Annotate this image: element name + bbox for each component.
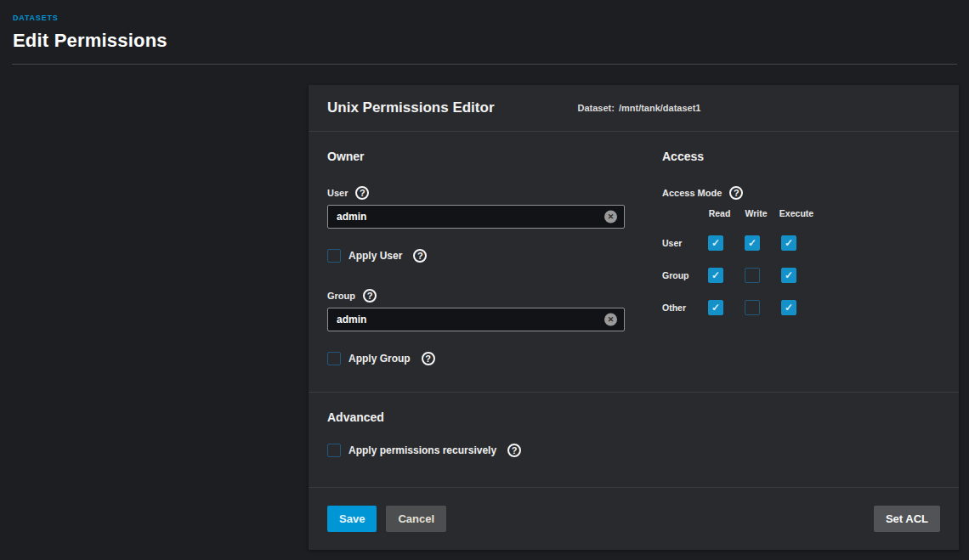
save-button[interactable]: Save <box>327 506 377 532</box>
apply-user-help-icon[interactable]: ? <box>413 249 427 263</box>
matrix-row-user: User ✓ ✓ ✓ <box>662 235 940 251</box>
group-input-wrap: ✕ <box>327 308 625 331</box>
row-label-user: User <box>662 238 701 248</box>
actions-bar: Save Cancel Set ACL <box>309 487 959 550</box>
other-read-checkbox[interactable]: ✓ <box>708 300 723 315</box>
user-input[interactable] <box>327 205 625 229</box>
access-heading: Access <box>662 150 940 163</box>
set-acl-button[interactable]: Set ACL <box>874 506 940 532</box>
cancel-button[interactable]: Cancel <box>386 506 446 532</box>
apply-user-checkbox[interactable]: ✓ <box>327 249 341 263</box>
card-header: Unix Permissions Editor Dataset:/mnt/tan… <box>309 85 959 132</box>
apply-group-label: Apply Group <box>348 353 411 365</box>
apply-group-row: ✓ Apply Group ? <box>327 352 643 365</box>
col-header-execute: Execute <box>774 208 819 218</box>
user-read-checkbox[interactable]: ✓ <box>708 235 723 251</box>
col-header-read: Read <box>701 208 738 218</box>
group-write-checkbox[interactable]: ✓ <box>745 268 760 283</box>
page-title: Edit Permissions <box>13 30 956 52</box>
apply-user-row: ✓ Apply User ? <box>327 249 643 263</box>
breadcrumb-datasets[interactable]: DATASETS <box>13 14 59 22</box>
user-write-checkbox[interactable]: ✓ <box>745 235 760 251</box>
row-label-group: Group <box>662 270 701 280</box>
check-mark-icon: ✓ <box>785 238 793 248</box>
card-title: Unix Permissions Editor <box>327 99 495 116</box>
user-execute-checkbox[interactable]: ✓ <box>781 235 796 251</box>
recursive-help-icon[interactable]: ? <box>507 444 521 457</box>
access-matrix: Read Write Execute User ✓ ✓ ✓ Group ✓ ✓ … <box>662 208 940 315</box>
group-help-icon[interactable]: ? <box>363 289 377 303</box>
dataset-label: Dataset: <box>578 103 615 113</box>
unix-permissions-card: Unix Permissions Editor Dataset:/mnt/tan… <box>309 85 959 550</box>
matrix-row-group: Group ✓ ✓ ✓ <box>662 268 940 283</box>
user-input-wrap: ✕ <box>327 205 625 229</box>
group-read-checkbox[interactable]: ✓ <box>708 268 723 283</box>
recursive-row: ✓ Apply permissions recursively ? <box>327 444 940 457</box>
check-mark-icon: ✓ <box>711 270 720 280</box>
page-header: DATASETS Edit Permissions <box>0 0 969 52</box>
page-divider <box>12 64 957 65</box>
access-mode-label: Access Mode <box>662 188 722 198</box>
apply-user-label: Apply User <box>348 250 402 262</box>
other-write-checkbox[interactable]: ✓ <box>745 300 760 315</box>
advanced-heading: Advanced <box>327 410 940 424</box>
owner-section: Owner User ? ✕ ✓ Apply User ? Group ? ✕ <box>327 132 643 365</box>
access-mode-help-icon[interactable]: ? <box>729 186 743 200</box>
advanced-section: Advanced ✓ Apply permissions recursively… <box>309 392 959 487</box>
col-header-write: Write <box>738 208 774 218</box>
recursive-checkbox[interactable]: ✓ <box>327 444 341 457</box>
user-label-row: User ? <box>327 186 643 200</box>
dataset-path: /mnt/tank/dataset1 <box>619 103 701 113</box>
check-mark-icon: ✓ <box>748 238 756 248</box>
owner-heading: Owner <box>327 150 643 163</box>
access-section: Access Access Mode ? Read Write Execute … <box>643 132 940 315</box>
check-mark-icon: ✓ <box>785 303 793 313</box>
group-label: Group <box>327 291 355 301</box>
group-execute-checkbox[interactable]: ✓ <box>781 268 796 283</box>
other-execute-checkbox[interactable]: ✓ <box>781 300 796 315</box>
check-mark-icon: ✓ <box>711 238 720 248</box>
apply-group-checkbox[interactable]: ✓ <box>327 352 341 365</box>
group-label-row: Group ? <box>327 289 643 303</box>
dataset-info: Dataset:/mnt/tank/dataset1 <box>578 103 701 113</box>
user-clear-icon[interactable]: ✕ <box>604 211 617 223</box>
matrix-header: Read Write Execute <box>662 208 940 218</box>
user-help-icon[interactable]: ? <box>355 186 369 200</box>
matrix-row-other: Other ✓ ✓ ✓ <box>662 300 940 315</box>
user-label: User <box>327 188 348 198</box>
access-mode-row: Access Mode ? <box>662 186 940 200</box>
form-columns: Owner User ? ✕ ✓ Apply User ? Group ? ✕ <box>309 132 959 392</box>
group-input[interactable] <box>327 308 625 331</box>
check-mark-icon: ✓ <box>785 270 793 280</box>
check-mark-icon: ✓ <box>711 303 720 313</box>
group-clear-icon[interactable]: ✕ <box>604 314 617 326</box>
row-label-other: Other <box>662 303 701 313</box>
apply-group-help-icon[interactable]: ? <box>422 352 435 365</box>
recursive-label: Apply permissions recursively <box>348 444 496 456</box>
